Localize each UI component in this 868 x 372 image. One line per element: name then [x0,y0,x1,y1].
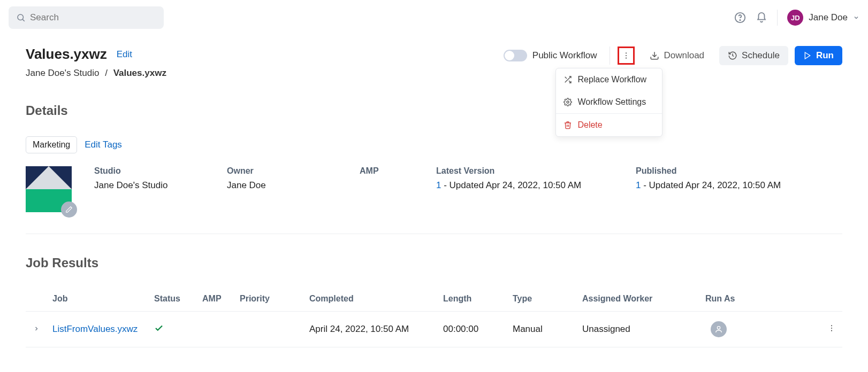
divider [26,234,842,234]
col-length[interactable]: Length [438,286,507,312]
person-icon [714,325,723,334]
menu-replace-label: Replace Workflow [577,75,646,84]
svg-line-1 [22,19,24,21]
edit-tags-link[interactable]: Edit Tags [85,140,122,150]
search-input[interactable] [30,12,156,23]
menu-delete-label: Delete [577,120,602,130]
public-label: Public Workflow [532,50,597,61]
search-box[interactable] [9,6,164,29]
run-button[interactable]: Run [795,46,842,65]
user-name: Jane Doe [809,12,848,23]
table-row: ListFromValues.yxwz April 24, 2022, 10:5… [26,312,842,347]
svg-line-9 [565,77,567,79]
schedule-label: Schedule [742,50,780,61]
schedule-button[interactable]: Schedule [719,46,788,65]
label-owner: Owner [227,166,355,176]
svg-point-5 [626,55,627,56]
cell-amp [197,312,234,347]
topbar: JD Jane Doe [0,0,868,35]
cell-length: 00:00:00 [438,312,507,347]
user-avatar: JD [787,10,803,26]
download-label: Download [664,50,704,61]
page-header: Values.yxwz Edit Jane Doe's Studio / Val… [26,46,842,79]
search-icon [16,13,26,22]
row-more-button[interactable] [827,324,836,335]
svg-point-14 [831,325,832,326]
shuffle-icon [564,75,572,84]
trash-icon [564,121,572,129]
breadcrumb-current: Values.yxwz [113,68,166,78]
job-link[interactable]: ListFromValues.yxwz [52,324,138,334]
svg-point-6 [626,58,627,59]
play-icon [803,51,812,60]
col-status[interactable]: Status [149,286,197,312]
job-results-table: Job Status AMP Priority Completed Length… [26,286,842,347]
details-meta: Studio Jane Doe's Studio Owner Jane Doe … [26,166,842,212]
published-version-text: - Updated Apr 24, 2022, 10:50 AM [641,180,781,190]
tag-marketing[interactable]: Marketing [26,136,77,153]
svg-marker-12 [805,52,810,59]
edit-thumbnail-button[interactable] [61,201,77,218]
breadcrumb-studio[interactable]: Jane Doe's Studio [26,68,99,78]
user-menu[interactable]: JD Jane Doe [787,10,859,26]
job-results-heading: Job Results [26,255,842,270]
runas-avatar [711,321,727,337]
col-runas[interactable]: Run As [700,286,821,312]
col-job[interactable]: Job [47,286,149,312]
label-latest-version: Latest Version [436,166,631,176]
value-owner: Jane Doe [227,180,355,191]
public-toggle[interactable] [504,50,527,61]
expand-row-button[interactable] [33,324,40,334]
gear-icon [564,98,572,106]
value-latest-version: 1 - Updated Apr 24, 2022, 10:50 AM [436,180,631,191]
col-completed[interactable]: Completed [304,286,438,312]
check-icon [154,323,164,333]
svg-point-13 [717,327,720,329]
edit-link[interactable]: Edit [117,49,132,60]
divider [610,46,610,65]
download-icon [650,51,659,60]
bell-icon[interactable] [756,12,767,24]
page-title: Values.yxwz [26,46,107,63]
svg-point-3 [740,20,740,20]
workflow-thumbnail [26,166,72,212]
svg-point-10 [567,101,569,103]
dots-vertical-icon [827,324,836,332]
label-amp: AMP [360,166,432,176]
label-published: Published [636,166,831,176]
topbar-right: JD Jane Doe [734,10,859,26]
help-icon[interactable] [734,12,746,24]
label-studio: Studio [94,166,223,176]
download-button[interactable]: Download [641,46,713,65]
cell-worker: Unassigned [577,312,700,347]
pencil-icon [65,206,73,213]
history-icon [728,51,737,60]
tags-row: Marketing Edit Tags [26,136,842,153]
menu-settings-label: Workflow Settings [577,97,646,107]
menu-workflow-settings[interactable]: Workflow Settings [556,91,662,113]
status-success-icon [154,324,164,335]
details-heading: Details [26,103,842,118]
menu-delete[interactable]: Delete [556,113,662,136]
svg-point-15 [831,327,832,328]
col-worker[interactable]: Assigned Worker [577,286,700,312]
value-studio: Jane Doe's Studio [94,180,223,191]
actions-bar: Public Workflow Replace Workflow Workflo… [504,46,842,65]
divider [777,10,778,26]
cell-priority [234,312,304,347]
dots-vertical-icon [622,51,630,60]
svg-point-16 [831,330,832,331]
value-published: 1 - Updated Apr 24, 2022, 10:50 AM [636,180,831,191]
more-menu: Replace Workflow Workflow Settings Delet… [555,68,663,137]
latest-version-text: - Updated Apr 24, 2022, 10:50 AM [441,180,581,190]
breadcrumb: Jane Doe's Studio / Values.yxwz [26,68,166,79]
col-priority[interactable]: Priority [234,286,304,312]
run-label: Run [816,50,834,61]
menu-replace-workflow[interactable]: Replace Workflow [556,68,662,91]
svg-point-4 [626,52,627,53]
more-menu-button[interactable] [618,46,635,65]
chevron-right-icon [33,326,40,332]
col-type[interactable]: Type [507,286,577,312]
svg-point-0 [18,14,24,20]
col-amp[interactable]: AMP [197,286,234,312]
